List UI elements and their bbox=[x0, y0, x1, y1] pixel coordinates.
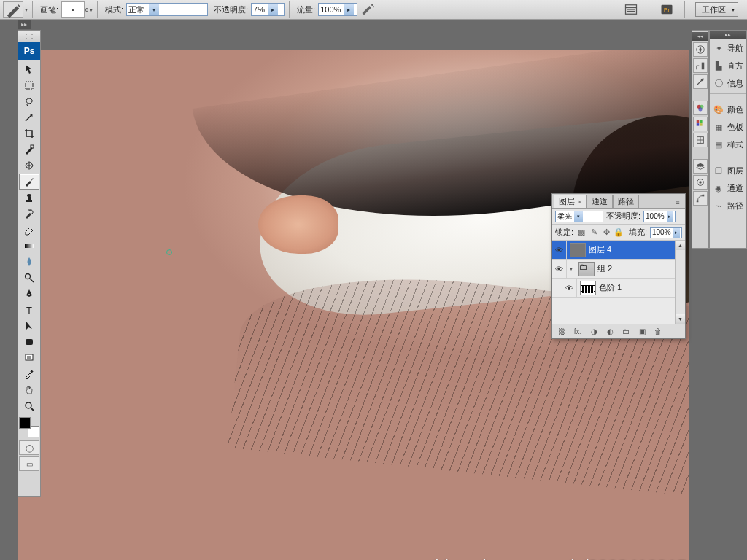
swatches-tab-icon[interactable] bbox=[693, 117, 708, 131]
marquee-tool[interactable] bbox=[19, 77, 39, 93]
delete-layer-icon[interactable]: 🗑 bbox=[653, 327, 663, 335]
eyedropper-tool[interactable] bbox=[19, 366, 39, 382]
visibility-toggle[interactable]: 👁 bbox=[562, 279, 577, 297]
flow-input[interactable]: 100% ▸ bbox=[318, 3, 357, 16]
lock-position-icon[interactable]: ✥ bbox=[601, 228, 611, 237]
color-tab-icon[interactable] bbox=[693, 101, 708, 115]
color-tab[interactable]: 🎨颜色 bbox=[710, 101, 746, 118]
zoom-tool[interactable] bbox=[19, 398, 39, 414]
toolbox-grip[interactable]: ⋮⋮ bbox=[18, 31, 40, 42]
stamp-tool[interactable] bbox=[19, 190, 39, 206]
bridge-icon[interactable]: Br bbox=[659, 2, 674, 17]
group-thumb[interactable]: 🗀 bbox=[578, 262, 595, 276]
svg-rect-43 bbox=[697, 201, 699, 203]
shape-tool[interactable] bbox=[19, 334, 39, 350]
options-tab-icon[interactable] bbox=[693, 74, 708, 89]
svg-rect-21 bbox=[26, 339, 33, 345]
file-browser-icon[interactable] bbox=[624, 2, 638, 17]
navigator-tab[interactable]: ✦导航 bbox=[710, 39, 746, 57]
brush-preset-picker[interactable]: • bbox=[61, 1, 85, 18]
group-disclosure-icon[interactable]: ▾ bbox=[567, 265, 576, 272]
panel-collapse-toggle[interactable]: ▸▸ bbox=[18, 20, 31, 29]
adjustment-thumb[interactable] bbox=[580, 281, 596, 295]
channels-tab[interactable]: ◉通道 bbox=[710, 179, 746, 197]
gradient-tool[interactable] bbox=[19, 238, 39, 254]
photo-region bbox=[258, 195, 338, 254]
layer-thumb[interactable] bbox=[570, 243, 586, 257]
styles-tab[interactable]: ▤样式 bbox=[710, 136, 746, 153]
paths-tab-icon[interactable] bbox=[693, 191, 708, 206]
histogram-tab-icon[interactable] bbox=[693, 58, 708, 73]
layer-opacity-input[interactable]: 100% ▸ bbox=[643, 211, 676, 222]
layer-item[interactable]: 👁 ▾ 🗀 组 2 bbox=[552, 260, 685, 279]
blend-mode-select[interactable]: 正常 ▾ bbox=[126, 3, 208, 16]
close-icon[interactable]: × bbox=[578, 198, 581, 206]
blur-tool[interactable] bbox=[19, 254, 39, 270]
hand-tool[interactable] bbox=[19, 382, 39, 398]
notes-tool[interactable] bbox=[19, 350, 39, 366]
tool-preset-picker[interactable] bbox=[3, 1, 23, 18]
scroll-down-icon[interactable]: ▼ bbox=[676, 314, 685, 324]
lasso-tool[interactable] bbox=[19, 93, 39, 109]
layer-fill-input[interactable]: 100% ▸ bbox=[650, 227, 682, 238]
path-select-tool[interactable] bbox=[19, 318, 39, 334]
layers-tab[interactable]: ❐图层 bbox=[710, 162, 746, 179]
layer-fx-icon[interactable]: fx. bbox=[573, 327, 583, 335]
layer-blend-select[interactable]: 柔光 ▾ bbox=[555, 211, 603, 222]
histogram-tab[interactable]: ▙直方 bbox=[710, 57, 746, 74]
layers-tab-icon[interactable] bbox=[693, 159, 708, 174]
scrollbar[interactable]: ▲ ▼ bbox=[675, 241, 685, 324]
move-tool[interactable] bbox=[19, 61, 39, 77]
new-layer-icon[interactable]: ▣ bbox=[637, 327, 647, 335]
fg-color-swatch[interactable] bbox=[19, 417, 31, 429]
dodge-tool[interactable] bbox=[19, 270, 39, 286]
layer-item[interactable]: 👁 图层 4 bbox=[552, 241, 685, 260]
pen-tool[interactable] bbox=[19, 286, 39, 302]
tab-layers[interactable]: 图层× bbox=[554, 195, 587, 208]
workspace-menu[interactable]: 工作区 bbox=[695, 2, 738, 17]
scroll-up-icon[interactable]: ▲ bbox=[676, 241, 685, 250]
svg-line-27 bbox=[31, 408, 34, 411]
layer-item[interactable]: 👁 色阶 1 bbox=[552, 279, 685, 298]
link-layers-icon[interactable]: ⛓ bbox=[557, 327, 567, 335]
lock-transparency-icon[interactable]: ▩ bbox=[576, 228, 587, 237]
slice-tool[interactable] bbox=[19, 141, 39, 158]
quickmask-toggle[interactable]: ◯ bbox=[19, 440, 39, 455]
lock-pixels-icon[interactable]: ✎ bbox=[589, 228, 599, 237]
opacity-input[interactable]: 7% ▸ bbox=[251, 3, 285, 16]
crop-tool[interactable] bbox=[19, 125, 39, 141]
tab-paths[interactable]: 路径 bbox=[613, 195, 639, 208]
lock-all-icon[interactable]: 🔒 bbox=[614, 228, 624, 237]
info-tab[interactable]: ⓘ信息 bbox=[710, 74, 746, 92]
fg-bg-color[interactable] bbox=[19, 417, 39, 438]
swatches-tab[interactable]: ▦色板 bbox=[710, 118, 746, 136]
new-group-icon[interactable]: 🗀 bbox=[621, 327, 631, 335]
channels-tab-icon[interactable] bbox=[693, 175, 708, 190]
layer-opacity-label: 不透明度: bbox=[606, 211, 640, 222]
layer-name[interactable]: 组 2 bbox=[597, 263, 612, 274]
photoshop-logo-icon[interactable]: Ps bbox=[18, 42, 40, 60]
visibility-toggle[interactable]: 👁 bbox=[552, 260, 567, 278]
type-tool[interactable]: T bbox=[19, 302, 39, 318]
screenmode-toggle[interactable]: ▭ bbox=[19, 456, 39, 471]
dock-toggle[interactable]: ▸▸ bbox=[710, 31, 746, 39]
styles-tab-icon[interactable] bbox=[693, 133, 708, 147]
brush-tool[interactable] bbox=[19, 174, 39, 190]
navigator-tab-icon[interactable] bbox=[693, 42, 708, 57]
svg-rect-44 bbox=[703, 195, 705, 197]
airbrush-toggle[interactable] bbox=[360, 2, 375, 17]
dock-toggle[interactable]: ◂◂ bbox=[692, 32, 708, 41]
new-adjustment-icon[interactable]: ◐ bbox=[605, 327, 615, 335]
panel-menu-icon[interactable]: ≡ bbox=[673, 198, 683, 208]
svg-point-30 bbox=[701, 79, 704, 82]
wand-tool[interactable] bbox=[19, 109, 39, 125]
paths-tab[interactable]: ⌁路径 bbox=[710, 197, 746, 214]
visibility-toggle[interactable]: 👁 bbox=[552, 241, 567, 259]
eraser-tool[interactable] bbox=[19, 222, 39, 238]
history-brush-tool[interactable] bbox=[19, 206, 39, 222]
heal-tool[interactable] bbox=[19, 158, 39, 174]
add-mask-icon[interactable]: ◑ bbox=[589, 327, 599, 335]
layer-name[interactable]: 图层 4 bbox=[589, 244, 611, 255]
layer-name[interactable]: 色阶 1 bbox=[599, 282, 622, 293]
tab-channels[interactable]: 通道 bbox=[587, 195, 613, 208]
